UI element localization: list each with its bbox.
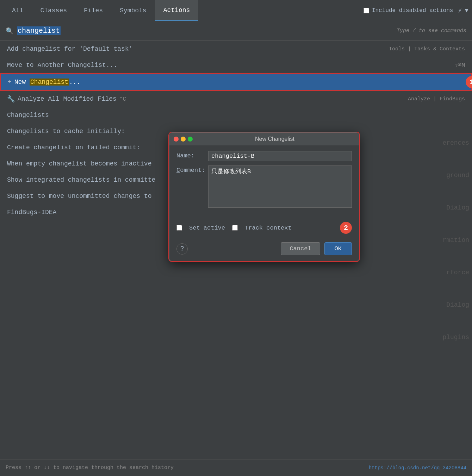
result-text-9: Suggest to move uncommitted changes to (7, 193, 151, 200)
name-label: Name: (176, 151, 208, 159)
result-text-10: FindBugs-IDEA (7, 209, 56, 216)
result-text-2: New Changelist... (14, 79, 81, 86)
tab-classes[interactable]: Classes (32, 0, 75, 21)
plus-icon: + (8, 79, 12, 86)
result-row-1[interactable]: Move to Another Changelist... ⇧⌘M (0, 57, 472, 73)
include-disabled-container: Include disabled actions (364, 7, 453, 14)
help-button[interactable]: ? (176, 243, 188, 255)
search-icon: 🔍 (6, 27, 13, 35)
name-input[interactable] (208, 151, 352, 161)
track-context-label: Track context (245, 225, 292, 231)
result-text-1: Move to Another Changelist... (7, 62, 117, 69)
tab-bar: All Classes Files Symbols Actions Includ… (0, 0, 472, 21)
comment-label: Comment: (176, 165, 208, 174)
toolbar-icons: ⚡ ▼ (458, 7, 468, 14)
traffic-light-close[interactable] (174, 137, 179, 142)
ok-button[interactable]: OK (324, 242, 352, 255)
search-hint: Type / to see commands (397, 28, 466, 34)
tab-files[interactable]: Files (75, 0, 111, 21)
result-row-0[interactable]: Add changelist for 'Default task' Tools … (0, 41, 472, 57)
result-right-7: rmation (442, 237, 469, 244)
set-active-label: Set active (189, 225, 225, 231)
modal-checkboxes: Set active Track context 2 (169, 222, 359, 234)
result-right-0: Tools | Tasks & Contexts (389, 46, 465, 52)
app-window: All Classes Files Symbols Actions Includ… (0, 0, 472, 476)
result-text-8: Show integrated changelists in committe (7, 176, 155, 183)
search-query-selected: changelist (17, 26, 61, 35)
result-right-8: rforce (446, 269, 469, 276)
selected-row-wrap: + New Changelist... 1 (0, 73, 472, 91)
result-text-5: Changelists to cache initially: (7, 128, 125, 135)
result-right-3: Analyze | FindBugs (408, 96, 465, 102)
tab-actions[interactable]: Actions (155, 0, 199, 21)
search-bar: 🔍 changelist Type / to see commands (0, 21, 472, 41)
result-right-10: plugins (442, 334, 469, 341)
set-active-checkbox[interactable] (176, 225, 182, 231)
main-content: Add changelist for 'Default task' Tools … (0, 41, 472, 476)
traffic-light-maximize[interactable] (188, 137, 193, 142)
result-row-3[interactable]: 🔧 Analyze All Modified Files ⌃C Analyze … (0, 91, 472, 107)
result-text-4: Changelists (7, 112, 49, 119)
analyze-icon: 🔧 (7, 95, 15, 103)
comment-textarea[interactable]: 只是修改列表B (208, 165, 352, 208)
result-row-2[interactable]: + New Changelist... (1, 74, 471, 90)
include-disabled-checkbox[interactable] (364, 8, 369, 13)
comment-field: Comment: 只是修改列表B (176, 165, 352, 208)
result-text-0: Add changelist for 'Default task' (7, 45, 132, 52)
new-changelist-modal: New Changelist Name: Comment: 只是修改列表B Se… (169, 132, 359, 261)
status-bar: Press ↑↑ or ↓↓ to navigate through the s… (0, 459, 472, 476)
modal-body: Name: Comment: 只是修改列表B (169, 145, 359, 218)
result-row-4[interactable]: Changelists erences (0, 107, 472, 123)
name-field: Name: (176, 151, 352, 161)
result-shortcut-1: ⇧⌘M (455, 62, 465, 69)
tab-symbols[interactable]: Symbols (111, 0, 155, 21)
result-text-7: When empty changelist becomes inactive (7, 160, 151, 167)
result-text-6: Create changelist on failed commit: (7, 144, 140, 151)
result-right-9: Dialog (446, 301, 469, 308)
result-shortcut-3: ⌃C (119, 95, 126, 102)
traffic-light-minimize[interactable] (181, 137, 186, 142)
funnel-icon[interactable]: ▼ (465, 7, 468, 14)
step-2-badge: 2 (340, 222, 352, 234)
search-input[interactable]: changelist (17, 27, 61, 35)
cancel-button[interactable]: Cancel (281, 242, 320, 255)
track-context-checkbox[interactable] (232, 225, 238, 231)
include-disabled-label: Include disabled actions (372, 7, 453, 14)
result-text-3: Analyze All Modified Files (18, 95, 117, 102)
filter-icon[interactable]: ⚡ (458, 7, 462, 14)
modal-title: New Changelist (195, 136, 355, 142)
status-url[interactable]: https://blog.csdn.net/qq_34208844 (369, 465, 466, 471)
modal-title-bar: New Changelist (169, 133, 359, 145)
step-2-container: 2 (340, 222, 352, 234)
status-text: Press ↑↑ or ↓↓ to navigate through the s… (6, 465, 174, 471)
tab-all[interactable]: All (4, 0, 32, 21)
modal-buttons: ? Cancel OK (169, 239, 359, 261)
